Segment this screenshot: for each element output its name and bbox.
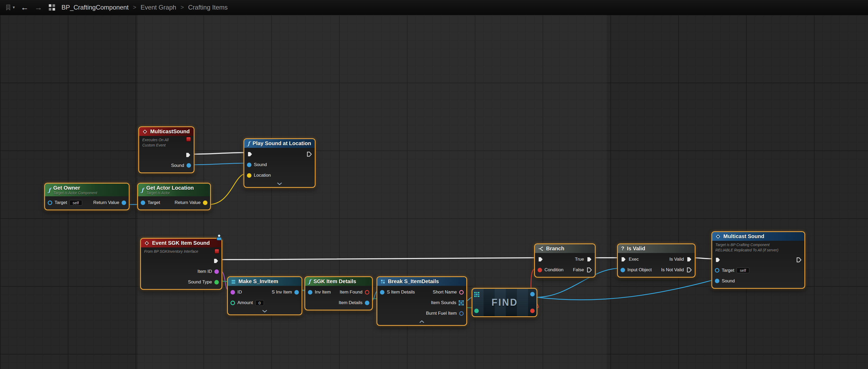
s-inv-item-output-pin[interactable]: S Inv Item (272, 289, 299, 295)
pin-row: Condition False (535, 265, 595, 275)
node-play-sound-at-location[interactable]: ƒ Play Sound at Location Sound Location (244, 138, 316, 188)
item-details-output-pin[interactable]: Item Details (339, 300, 369, 305)
forward-button[interactable]: → (34, 3, 42, 11)
item-sounds-output-pin[interactable]: Item Sounds (431, 300, 464, 305)
target-input-pin[interactable]: Target self (715, 268, 749, 273)
self-value-field[interactable]: self (737, 268, 749, 273)
int-pin-icon (230, 301, 235, 305)
key-input-pin[interactable] (474, 309, 479, 313)
self-value-field[interactable]: self (69, 200, 82, 206)
node-header[interactable]: Multicast Sound (712, 232, 804, 241)
function-icon: ƒ (141, 187, 144, 193)
pin-label: Input Object (627, 267, 652, 273)
node-branch[interactable]: Branch True Condition False (534, 243, 596, 278)
item-id-output-pin[interactable]: Item ID (197, 269, 219, 274)
return-value-pin[interactable]: Return Value (93, 200, 126, 205)
target-input-pin[interactable]: Target (141, 200, 160, 205)
exec-out-pin[interactable] (213, 258, 219, 264)
node-header[interactable]: ƒ SGK Item Details (305, 277, 372, 286)
node-header[interactable]: Make S_InvItem (228, 277, 302, 286)
expand-node-button[interactable] (244, 182, 315, 187)
false-exec-out-pin[interactable]: False (573, 267, 592, 273)
exec-in-pin[interactable] (537, 256, 544, 262)
breadcrumb-event-graph[interactable]: Event Graph (141, 4, 176, 11)
pin-label: Target (148, 200, 160, 205)
wire-exec-multicastsound-playsound[interactable] (191, 153, 246, 154)
node-header[interactable]: MulticastSound (139, 127, 194, 136)
node-header[interactable]: Event SGK Item Sound (141, 239, 221, 247)
is-valid-exec-out-pin[interactable]: Is Valid (670, 256, 692, 262)
collapse-node-button[interactable] (377, 320, 466, 325)
short-name-output-pin[interactable]: Short Name (433, 289, 464, 295)
found-output-pin[interactable] (530, 309, 535, 313)
wire-location-vector[interactable] (209, 174, 246, 205)
condition-input-pin[interactable]: Condition (537, 267, 564, 273)
node-get-actor-location[interactable]: ƒ Get Actor Location Target is Actor Tar… (137, 183, 211, 210)
node-header[interactable]: Branch (535, 244, 595, 253)
graph-bookmark-button[interactable]: ▾ (5, 4, 15, 11)
node-subtitle: Target is BP Crafting Component RELIABLE… (712, 241, 804, 253)
expand-node-button[interactable] (228, 310, 302, 314)
sound-input-pin[interactable]: Sound (247, 162, 267, 167)
exec-out-pin[interactable] (185, 152, 191, 158)
node-is-valid[interactable]: ? Is Valid Exec Is Valid Input Object Is… (617, 243, 695, 278)
amount-value-field[interactable]: 0 (255, 300, 264, 306)
pin-label: Sound (171, 163, 184, 168)
breadcrumb-blueprint[interactable]: BP_CraftingComponent (61, 4, 128, 11)
item-found-output-pin[interactable]: Item Found (340, 289, 369, 295)
pin-label: Sound (254, 162, 267, 167)
node-event-sgk-item-sound[interactable]: Event SGK Item Sound From BP SGKInventor… (140, 238, 222, 290)
wire-sound-multicastsound-playsound[interactable] (191, 163, 246, 165)
node-multicastsound-event[interactable]: MulticastSound Executes On All Custom Ev… (138, 126, 194, 173)
node-sgk-item-details[interactable]: ƒ SGK Item Details Inv Item Item Found I… (304, 276, 373, 310)
inv-item-input-pin[interactable]: Inv Item (308, 289, 331, 295)
breadcrumb-section[interactable]: Crafting Items (188, 4, 227, 11)
wire-exec-event-branch[interactable] (219, 258, 536, 259)
sound-type-output-pin[interactable]: Sound Type (188, 279, 219, 285)
s-item-details-input-pin[interactable]: S Item Details (380, 289, 415, 295)
is-not-valid-exec-out-pin[interactable]: Is Not Valid (661, 267, 692, 273)
node-header[interactable]: ƒ Get Owner Target is Actor Component (45, 184, 129, 196)
exec-out-pin[interactable] (306, 151, 312, 157)
object-pin-icon (247, 163, 251, 167)
interface-event-icon (215, 234, 223, 242)
node-get-owner[interactable]: ƒ Get Owner Target is Actor Component Ta… (44, 183, 130, 210)
node-header[interactable]: ? Is Valid (618, 244, 695, 253)
break-struct-icon (380, 279, 385, 284)
exec-in-pin[interactable] (715, 257, 721, 263)
pin-row: Input Object Is Not Valid (618, 265, 695, 275)
bool-pin-icon (537, 268, 542, 272)
make-struct-icon (231, 279, 236, 284)
exec-out-pin[interactable] (796, 257, 802, 263)
map-input-pin[interactable] (474, 292, 479, 297)
pin-row: Sound Type (141, 277, 221, 287)
wire-findvalue-multicast-sound[interactable] (536, 280, 713, 300)
exec-in-pin[interactable]: Exec (621, 256, 639, 262)
node-make-s-invitem[interactable]: Make S_InvItem ID S Inv Item Amount 0 (227, 276, 302, 315)
pin-row: Inv Item Item Found (305, 287, 372, 298)
sound-output-pin[interactable]: Sound (171, 163, 191, 168)
pin-label: Inv Item (315, 289, 331, 295)
return-value-pin[interactable]: Return Value (175, 200, 208, 205)
id-input-pin[interactable]: ID (230, 289, 242, 295)
input-object-pin[interactable]: Input Object (621, 267, 652, 273)
true-exec-out-pin[interactable]: True (575, 256, 592, 262)
pin-row: Location (244, 170, 315, 181)
node-header[interactable]: ƒ Get Actor Location Target is Actor (138, 184, 210, 196)
target-input-pin[interactable]: Target self (48, 200, 82, 206)
sound-input-pin[interactable]: Sound (715, 278, 735, 284)
node-multicast-sound-call[interactable]: Multicast Sound Target is BP Crafting Co… (711, 231, 805, 289)
value-output-pin[interactable] (530, 292, 535, 297)
burnt-fuel-item-output-pin[interactable]: Burnt Fuel Item (426, 311, 464, 316)
node-header[interactable]: Break S_ItemDetails (377, 277, 466, 286)
pin-label: Item Sounds (431, 300, 456, 305)
chevron-up-icon (419, 320, 425, 324)
back-button[interactable]: ← (21, 3, 29, 11)
node-header[interactable]: ƒ Play Sound at Location (244, 139, 315, 148)
location-input-pin[interactable]: Location (247, 173, 271, 178)
exec-in-pin[interactable] (247, 151, 253, 157)
node-break-s-itemdetails[interactable]: Break S_ItemDetails S Item Details Short… (376, 276, 467, 326)
node-map-find[interactable]: FIND (472, 288, 537, 317)
amount-input-pin[interactable]: Amount 0 (230, 300, 264, 306)
pin-label: Sound Type (188, 279, 212, 285)
